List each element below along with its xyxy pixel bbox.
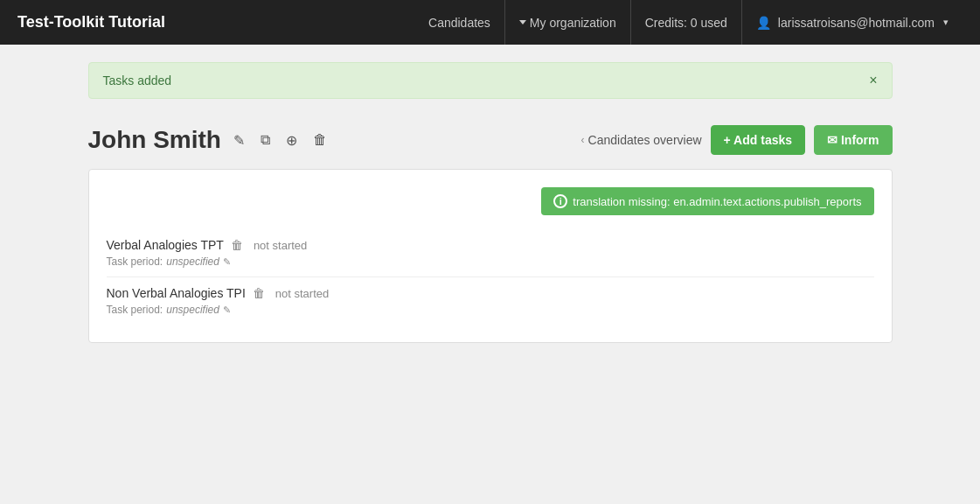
page-header-right: ‹ Candidates overview + Add tasks ✉ Info… [581,125,893,155]
page-title: John Smith [88,126,221,154]
info-circle-icon [553,194,567,208]
task-item-header: Verbal Analogies TPT 🗑 not started [107,238,874,252]
task-delete-icon[interactable]: 🗑 [231,238,243,252]
task-status: not started [254,239,307,252]
navbar: Test-Toolkit Tutorial Candidates My orga… [0,0,980,45]
add-tasks-label: + Add tasks [724,133,792,147]
navbar-brand: Test-Toolkit Tutorial [17,13,165,32]
task-period-label: Task period: [107,256,163,268]
add-circle-icon[interactable]: ⊕ [282,130,301,150]
table-row: Non Verbal Analogies TPI 🗑 not started T… [107,277,874,325]
publish-reports-label: translation missing: en.admin.text.actio… [573,195,861,208]
task-period-value: unspecified [166,304,219,316]
inform-label: ✉ Inform [827,133,879,147]
table-row: Verbal Analogies TPT 🗑 not started Task … [107,229,874,277]
alert-message: Tasks added [103,74,172,88]
breadcrumb-link[interactable]: ‹ Candidates overview [581,133,702,147]
task-period-edit-icon[interactable]: ✎ [223,256,231,268]
delete-icon[interactable]: 🗑 [309,130,330,150]
task-name: Verbal Analogies TPT [107,238,224,252]
nav-user[interactable]: 👤 larissatroisans@hotmail.com ▾ [742,0,963,45]
alert-close-button[interactable]: × [869,74,877,88]
main-content: John Smith ✎ ⧉ ⊕ 🗑 ‹ Candidates overview… [71,99,910,343]
breadcrumb-label: Candidates overview [588,133,702,147]
tasks-panel: translation missing: en.admin.text.actio… [88,169,893,343]
task-period: Task period: unspecified ✎ [107,256,874,268]
task-name: Non Verbal Analogies TPI [107,286,246,300]
breadcrumb-chevron-icon: ‹ [581,134,585,146]
alert-tasks-added: Tasks added × [88,62,893,99]
task-list: Verbal Analogies TPT 🗑 not started Task … [107,229,874,325]
nav-my-organization[interactable]: My organization [505,0,631,45]
task-period: Task period: unspecified ✎ [107,304,874,316]
copy-icon[interactable]: ⧉ [257,130,274,150]
task-item-header: Non Verbal Analogies TPI 🗑 not started [107,286,874,300]
page-header: John Smith ✎ ⧉ ⊕ 🗑 ‹ Candidates overview… [88,125,893,155]
user-caret-icon: ▾ [943,17,949,28]
task-period-label: Task period: [107,304,163,316]
task-delete-icon[interactable]: 🗑 [253,286,265,300]
navbar-right: Candidates My organization Credits: 0 us… [414,0,963,45]
publish-reports-button[interactable]: translation missing: en.admin.text.actio… [541,187,873,215]
inform-button[interactable]: ✉ Inform [814,125,892,155]
user-icon: 👤 [756,16,771,30]
task-period-edit-icon[interactable]: ✎ [223,304,231,316]
add-tasks-button[interactable]: + Add tasks [711,125,805,155]
page-header-left: John Smith ✎ ⧉ ⊕ 🗑 [88,126,330,154]
task-status: not started [275,287,329,300]
edit-icon[interactable]: ✎ [230,130,248,150]
task-period-value: unspecified [166,256,219,268]
nav-candidates[interactable]: Candidates [414,0,505,45]
caret-icon [519,20,526,24]
nav-credits: Credits: 0 used [631,0,742,45]
alert-container: Tasks added × [71,62,910,99]
